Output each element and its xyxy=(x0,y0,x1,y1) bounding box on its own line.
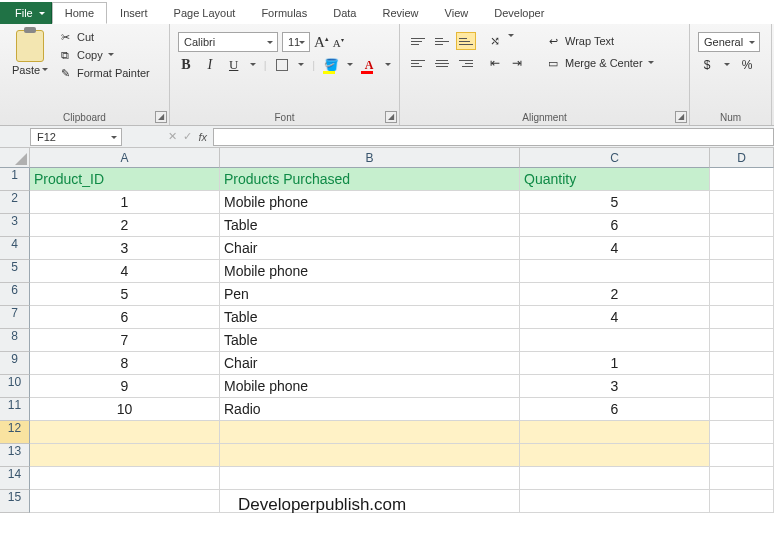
chevron-down-icon[interactable] xyxy=(250,63,256,69)
formula-input[interactable] xyxy=(213,128,774,146)
chevron-down-icon[interactable] xyxy=(347,63,353,69)
cell[interactable] xyxy=(710,306,774,329)
cell[interactable] xyxy=(520,444,710,467)
row-header[interactable]: 1 xyxy=(0,168,30,191)
cell[interactable]: 3 xyxy=(520,375,710,398)
cell[interactable] xyxy=(520,260,710,283)
cell[interactable]: 5 xyxy=(30,283,220,306)
cell[interactable] xyxy=(220,421,520,444)
align-top-button[interactable] xyxy=(408,32,428,50)
cell[interactable]: Radio xyxy=(220,398,520,421)
cell[interactable]: 2 xyxy=(520,283,710,306)
align-left-button[interactable] xyxy=(408,54,428,72)
underline-button[interactable]: U xyxy=(226,56,242,74)
column-header-d[interactable]: D xyxy=(710,148,774,168)
paste-button[interactable]: Paste xyxy=(8,28,52,110)
cell[interactable]: Chair xyxy=(220,237,520,260)
copy-button[interactable]: ⧉ Copy xyxy=(58,48,150,62)
cell[interactable]: Table xyxy=(220,306,520,329)
font-name-combo[interactable]: Calibri xyxy=(178,32,278,52)
row-header[interactable]: 3 xyxy=(0,214,30,237)
wrap-text-button[interactable]: ↩ Wrap Text xyxy=(542,32,658,50)
orientation-button[interactable]: ⤭ xyxy=(486,32,504,50)
font-color-button[interactable]: A xyxy=(361,56,377,74)
cell[interactable]: 9 xyxy=(30,375,220,398)
percent-format-button[interactable]: % xyxy=(738,56,756,74)
format-painter-button[interactable]: ✎ Format Painter xyxy=(58,66,150,80)
cell[interactable] xyxy=(710,444,774,467)
cell[interactable] xyxy=(710,283,774,306)
italic-button[interactable]: I xyxy=(202,56,218,74)
cell[interactable]: 5 xyxy=(520,191,710,214)
tab-formulas[interactable]: Formulas xyxy=(248,2,320,24)
fill-color-button[interactable]: 🪣 xyxy=(323,56,339,74)
cell[interactable] xyxy=(520,490,710,513)
tab-file[interactable]: File xyxy=(0,2,52,24)
chevron-down-icon[interactable] xyxy=(724,63,730,69)
tab-insert[interactable]: Insert xyxy=(107,2,161,24)
column-header-c[interactable]: C xyxy=(520,148,710,168)
cell[interactable] xyxy=(30,444,220,467)
cell[interactable] xyxy=(710,421,774,444)
tab-home[interactable]: Home xyxy=(52,2,107,24)
chevron-down-icon[interactable] xyxy=(508,34,514,50)
cell[interactable]: Table xyxy=(220,329,520,352)
cell[interactable]: 2 xyxy=(30,214,220,237)
cell[interactable]: Chair xyxy=(220,352,520,375)
row-header[interactable]: 13 xyxy=(0,444,30,467)
column-header-b[interactable]: B xyxy=(220,148,520,168)
cell[interactable]: 4 xyxy=(30,260,220,283)
cell[interactable] xyxy=(710,237,774,260)
fx-icon[interactable]: fx xyxy=(198,131,207,143)
cell[interactable]: Products Purchased xyxy=(220,168,520,191)
row-header[interactable]: 15 xyxy=(0,490,30,513)
cell[interactable] xyxy=(710,329,774,352)
row-header[interactable]: 4 xyxy=(0,237,30,260)
cell[interactable] xyxy=(710,490,774,513)
merge-center-button[interactable]: ▭ Merge & Center xyxy=(542,54,658,72)
increase-font-icon[interactable]: A▴ xyxy=(314,34,329,51)
cell[interactable] xyxy=(710,375,774,398)
select-all-corner[interactable] xyxy=(0,148,30,168)
borders-button[interactable] xyxy=(274,56,290,74)
cell[interactable] xyxy=(30,421,220,444)
row-header[interactable]: 5 xyxy=(0,260,30,283)
cell[interactable]: Pen xyxy=(220,283,520,306)
cell[interactable]: 1 xyxy=(30,191,220,214)
row-header[interactable]: 11 xyxy=(0,398,30,421)
cell[interactable]: 3 xyxy=(30,237,220,260)
cell[interactable]: Product_ID xyxy=(30,168,220,191)
cell[interactable] xyxy=(520,421,710,444)
font-size-combo[interactable]: 11 xyxy=(282,32,310,52)
cell[interactable] xyxy=(30,490,220,513)
cell[interactable]: 4 xyxy=(520,306,710,329)
cell[interactable]: 6 xyxy=(30,306,220,329)
align-middle-button[interactable] xyxy=(432,32,452,50)
number-format-combo[interactable]: General xyxy=(698,32,760,52)
align-center-button[interactable] xyxy=(432,54,452,72)
cell[interactable] xyxy=(710,352,774,375)
cell[interactable]: 1 xyxy=(520,352,710,375)
tab-page-layout[interactable]: Page Layout xyxy=(161,2,249,24)
increase-indent-button[interactable]: ⇥ xyxy=(508,54,526,72)
row-header[interactable]: 7 xyxy=(0,306,30,329)
tab-developer[interactable]: Developer xyxy=(481,2,557,24)
row-header[interactable]: 6 xyxy=(0,283,30,306)
column-header-a[interactable]: A xyxy=(30,148,220,168)
cell[interactable]: Mobile phone xyxy=(220,191,520,214)
cut-button[interactable]: ✂ Cut xyxy=(58,30,150,44)
chevron-down-icon[interactable] xyxy=(385,63,391,69)
clipboard-dialog-launcher[interactable]: ◢ xyxy=(155,111,167,123)
cell[interactable] xyxy=(30,467,220,490)
cell[interactable] xyxy=(710,168,774,191)
cell[interactable]: Quantity xyxy=(520,168,710,191)
cell[interactable] xyxy=(710,467,774,490)
cell[interactable] xyxy=(710,398,774,421)
cell[interactable]: 7 xyxy=(30,329,220,352)
tab-review[interactable]: Review xyxy=(369,2,431,24)
cell[interactable] xyxy=(220,467,520,490)
row-header[interactable]: 8 xyxy=(0,329,30,352)
cell[interactable]: Table xyxy=(220,214,520,237)
row-header[interactable]: 12 xyxy=(0,421,30,444)
row-header[interactable]: 9 xyxy=(0,352,30,375)
